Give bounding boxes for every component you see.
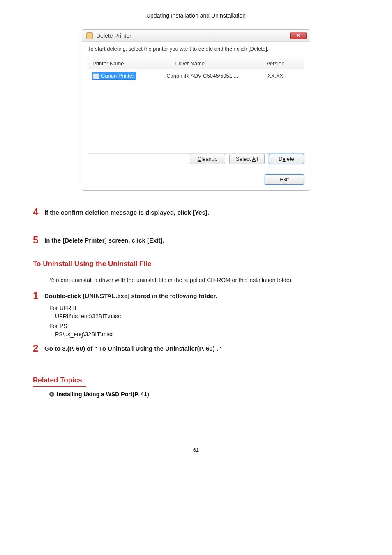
related-topics-heading: Related Topics [33,376,86,387]
xref-link[interactable]: 3.(P. 60) [62,345,85,352]
step-text: If the confirm deletion message is displ… [44,207,209,216]
step-text: In the [Delete Printer] screen, click [E… [44,235,164,244]
section-paragraph: You can uninstall a driver with the unin… [49,277,359,283]
step2-post: ." [215,345,221,352]
selectall-pre: Select [236,156,252,162]
mnemonic-a: A [252,156,256,162]
printer-list[interactable]: Canon Printer Canon iR-ADV C5045/5051 ..… [88,69,304,154]
path-label: For UFR II [49,305,359,311]
section-heading: To Uninstall Using the Uninstall File [33,260,359,271]
selected-printer[interactable]: Canon Printer [92,72,136,80]
col-driver-name[interactable]: Driver Name [175,60,267,67]
list-item[interactable]: Canon Printer Canon iR-ADV C5045/5051 ..… [92,72,300,80]
mnemonic-e: e [283,156,286,162]
exit-button[interactable]: Exit [265,174,304,185]
related-link[interactable]: Installing Using a WSD Port(P. 41) [49,391,359,398]
chapter-title: Updating Installation and Uninstallation [33,12,359,19]
printer-name-cell: Canon Printer [101,73,134,79]
related-link-text: Installing Using a WSD Port(P. 41) [57,391,149,398]
path-block: For UFR II UFRII\us_eng\32BIT\misc For P… [49,305,359,338]
step-text: Go to 3.(P. 60) of " To Uninstall Using … [44,343,221,352]
step2-pre: Go to [44,345,62,352]
delete-printer-dialog: Delete Printer ✕ To start deleting, sele… [82,29,310,191]
step-5: 5 In the [Delete Printer] screen, click … [33,235,359,245]
step-number: 5 [33,235,44,245]
cleanup-button[interactable]: Cleanup [190,154,225,164]
select-all-button[interactable]: Select All [229,154,265,164]
page-number: 61 [33,447,359,453]
selectall-suf: ll [256,156,258,162]
path-value: PS\us_eng\32BIT\misc [49,331,359,338]
dialog-title: Delete Printer [96,32,290,39]
step-1: 1 Double-click [UNINSTAL.exe] stored in … [33,291,359,301]
dialog-titlebar: Delete Printer ✕ [82,30,310,42]
step-number: 2 [33,343,44,353]
dialog-instruction: To start deleting, select the printer yo… [88,46,304,52]
delete-button[interactable]: Delete [269,154,304,164]
close-icon[interactable]: ✕ [290,32,307,39]
version-cell: XX.XX [267,73,300,79]
step-4: 4 If the confirm deletion message is dis… [33,207,359,217]
divider [88,169,304,169]
col-version[interactable]: Version [267,60,300,67]
step-2: 2 Go to 3.(P. 60) of " To Uninstall Usin… [33,343,359,353]
list-header: Printer Name Driver Name Version [88,58,304,69]
driver-name-cell: Canon iR-ADV C5045/5051 ... [166,73,267,79]
delete-pre: D [279,156,282,162]
step2-mid: of " [85,345,99,352]
play-bullet-icon [49,392,54,397]
exit-pre: E [280,176,284,183]
step-number: 4 [33,207,44,217]
app-icon [86,32,93,39]
mnemonic-c: C [198,156,201,162]
exit-suf: it [286,176,289,183]
printer-icon [93,73,99,79]
path-value: UFRII\us_eng\32BIT\misc [49,313,359,319]
xref-link[interactable]: To Uninstall Using the Uninstaller(P. 60… [99,345,215,352]
delete-suf: lete [286,156,294,162]
step-number: 1 [33,291,44,301]
col-printer-name[interactable]: Printer Name [92,60,175,67]
step-text: Double-click [UNINSTAL.exe] stored in th… [44,291,217,299]
path-label: For PS [49,323,359,329]
cleanup-label-rest: leanup [201,156,217,162]
